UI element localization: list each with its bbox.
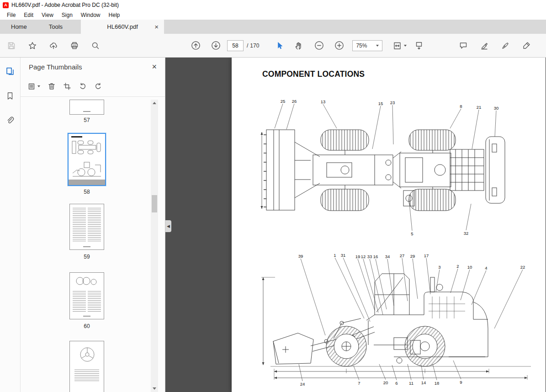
rotate-cw-icon bbox=[94, 82, 102, 90]
diagram-callout: 24 bbox=[300, 382, 305, 387]
cloud-upload-icon bbox=[49, 41, 58, 50]
scroll-down-icon[interactable] bbox=[151, 385, 158, 392]
panel-collapse-handle[interactable]: ◀ bbox=[165, 220, 171, 232]
window-title: HL660V.pdf - Adobe Acrobat Pro DC (32-bi… bbox=[11, 2, 119, 8]
scrolling-mode-button[interactable] bbox=[412, 39, 426, 53]
menu-window[interactable]: Window bbox=[77, 12, 105, 18]
top-view-drawing bbox=[258, 96, 532, 240]
diagram-callout: 22 bbox=[520, 265, 525, 270]
thumbnail-page-60[interactable] bbox=[69, 272, 104, 319]
hand-icon bbox=[294, 41, 303, 50]
diagram-callout: 9 bbox=[460, 380, 462, 385]
diagram-callout: 13 bbox=[321, 100, 326, 104]
highlight-tool-button[interactable] bbox=[477, 39, 491, 53]
diagram-callout: 30 bbox=[494, 106, 499, 111]
tab-tools[interactable]: Tools bbox=[38, 20, 74, 34]
print-button[interactable] bbox=[68, 39, 81, 53]
thumbnail-page-57[interactable] bbox=[69, 100, 104, 115]
thumbnail-preview bbox=[73, 208, 86, 242]
fill-sign-tool-button[interactable] bbox=[498, 39, 512, 53]
diagram-callout: 26 bbox=[292, 99, 297, 104]
next-page-button[interactable] bbox=[209, 39, 223, 53]
comment-tool-button[interactable] bbox=[456, 39, 470, 53]
search-button[interactable] bbox=[89, 39, 102, 53]
thumbnail-preview bbox=[71, 159, 103, 178]
thumbnail-preview bbox=[71, 136, 82, 138]
scroll-up-icon[interactable] bbox=[151, 100, 158, 106]
edit-tool-button[interactable] bbox=[519, 39, 533, 53]
attachments-panel-button[interactable] bbox=[4, 114, 16, 127]
diagram-callout: 17 bbox=[424, 254, 429, 258]
page-thumbnails-icon bbox=[5, 67, 15, 76]
scrollbar-thumb[interactable] bbox=[152, 195, 157, 212]
page-thumbnails-panel: Page Thumbnails × bbox=[21, 58, 165, 392]
pdf-page: COMPONENT LOCATIONS bbox=[232, 58, 546, 392]
rotate-right-button[interactable] bbox=[94, 82, 102, 90]
diagram-callout: 16 bbox=[373, 254, 378, 259]
menu-edit[interactable]: Edit bbox=[20, 12, 37, 18]
thumbnail-page-58[interactable] bbox=[68, 133, 106, 186]
thumbnail-preview bbox=[83, 111, 90, 112]
thumbnail-page-59[interactable] bbox=[69, 204, 104, 250]
crop-pages-button[interactable] bbox=[63, 82, 71, 90]
bookmarks-panel-button[interactable] bbox=[4, 90, 16, 102]
zoom-out-button[interactable] bbox=[312, 39, 326, 53]
thumbnail-label-58: 58 bbox=[68, 189, 106, 195]
document-canvas[interactable]: ◀ COMPONENT LOCATIONS bbox=[165, 58, 546, 392]
menu-sign[interactable]: Sign bbox=[58, 12, 77, 18]
cloud-upload-button[interactable] bbox=[47, 39, 60, 53]
panel-close-icon[interactable]: × bbox=[152, 63, 157, 71]
thumbnail-preview bbox=[73, 291, 86, 313]
chevron-down-icon bbox=[404, 45, 407, 47]
thumbnail-preview bbox=[74, 345, 101, 366]
save-button[interactable] bbox=[5, 39, 18, 53]
navigation-rail bbox=[0, 58, 21, 392]
trash-icon bbox=[48, 82, 56, 90]
page-fit-button[interactable] bbox=[392, 41, 407, 50]
diagram-callout: 8 bbox=[460, 104, 462, 109]
diagram-callout: 31 bbox=[341, 253, 346, 258]
diagram-callout: 5 bbox=[411, 232, 413, 236]
rotate-left-button[interactable] bbox=[79, 82, 87, 90]
favorite-button[interactable] bbox=[26, 39, 39, 53]
thumbnail-preview bbox=[74, 370, 99, 382]
diagram-callout: 27 bbox=[400, 254, 405, 258]
zoom-in-button[interactable] bbox=[332, 39, 346, 53]
menu-file[interactable]: File bbox=[3, 12, 20, 18]
select-tool-button[interactable] bbox=[273, 39, 286, 53]
chevron-down-icon bbox=[376, 45, 379, 47]
hand-tool-button[interactable] bbox=[292, 39, 306, 53]
tab-document[interactable]: HL660V.pdf × bbox=[81, 20, 164, 34]
diagram-callout: 32 bbox=[464, 231, 469, 236]
thumbnail-scrollbar[interactable] bbox=[151, 100, 158, 392]
zoom-out-icon bbox=[314, 41, 324, 50]
thumbnail-preview bbox=[69, 180, 105, 185]
window-titlebar: A HL660V.pdf - Adobe Acrobat Pro DC (32-… bbox=[0, 0, 546, 10]
diagram-callout: 34 bbox=[385, 254, 390, 259]
menu-view[interactable]: View bbox=[37, 12, 58, 18]
diagram-callout: 33 bbox=[367, 254, 372, 259]
delete-pages-button[interactable] bbox=[48, 82, 56, 90]
tab-home[interactable]: Home bbox=[0, 20, 38, 34]
thumbnail-preview bbox=[83, 246, 90, 247]
previous-page-button[interactable] bbox=[189, 39, 202, 53]
zoom-level-select[interactable]: 75% bbox=[352, 40, 382, 51]
zoom-level-value: 75% bbox=[356, 42, 367, 49]
page-thumbnails-panel-button[interactable] bbox=[4, 65, 16, 78]
thumbnail-label-60: 60 bbox=[69, 323, 104, 329]
thumbnail-preview bbox=[72, 139, 102, 156]
thumbnail-options-button[interactable] bbox=[28, 82, 40, 90]
search-icon bbox=[91, 41, 100, 50]
thumbnail-page-61[interactable] bbox=[69, 341, 104, 392]
pencil-icon bbox=[522, 41, 531, 50]
tab-close-icon[interactable]: × bbox=[154, 23, 159, 30]
diagram-callout: 20 bbox=[383, 381, 388, 385]
diagram-callout: 1 bbox=[334, 253, 336, 258]
page-number-input[interactable] bbox=[227, 40, 244, 51]
menu-help[interactable]: Help bbox=[105, 12, 124, 18]
panel-title: Page Thumbnails bbox=[29, 63, 82, 71]
options-list-icon bbox=[28, 82, 36, 90]
cursor-icon bbox=[275, 41, 284, 50]
diagram-callout: 12 bbox=[361, 254, 366, 259]
thumbnail-list: 57 58 bbox=[21, 97, 165, 392]
